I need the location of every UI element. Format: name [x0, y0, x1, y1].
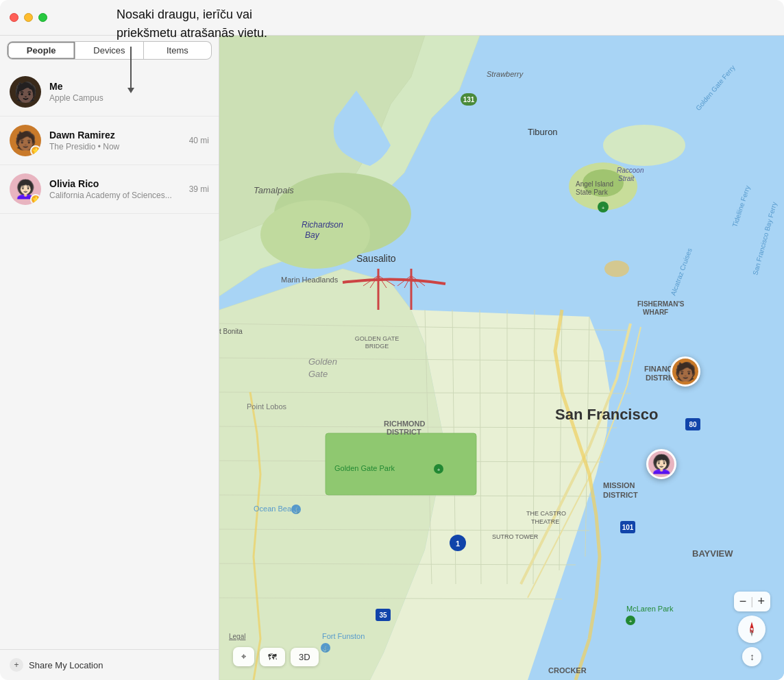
share-location-label: Share My Location: [29, 660, 103, 670]
person-location: The Presidio • Now: [49, 142, 189, 151]
svg-text:Point Lobos: Point Lobos: [247, 402, 287, 411]
svg-text:MISSION: MISSION: [603, 481, 635, 489]
three-d-button[interactable]: 3D: [291, 648, 319, 666]
svg-text:Richardson: Richardson: [302, 220, 343, 230]
legal-link[interactable]: Legal: [229, 633, 245, 640]
svg-text:SUTRO TOWER: SUTRO TOWER: [492, 533, 539, 540]
svg-text:THE CASTRO: THE CASTRO: [526, 510, 566, 517]
svg-text:CROCKER: CROCKER: [548, 666, 587, 675]
tab-people[interactable]: People: [7, 41, 75, 60]
titlebar: [0, 0, 784, 36]
svg-text:⚓: ⚓: [293, 506, 301, 514]
location-icon: ⌖: [241, 651, 246, 662]
svg-text:State Park: State Park: [576, 189, 609, 196]
tab-devices[interactable]: Devices: [75, 41, 143, 60]
person-distance: 39 mi: [189, 184, 209, 194]
avatar: 🧑🏾 ⭐: [10, 125, 41, 156]
olivia-map-marker[interactable]: 👩🏻‍🦱: [646, 449, 676, 479]
maximize-button[interactable]: [38, 13, 47, 22]
svg-text:Strait: Strait: [618, 175, 635, 182]
person-info: Olivia Rico California Academy of Scienc…: [49, 178, 189, 200]
avatar: 🧑🏿: [10, 76, 41, 108]
location-button[interactable]: ⌖: [233, 647, 254, 666]
svg-text:+: +: [437, 467, 441, 473]
svg-text:DISTRICT: DISTRICT: [387, 428, 421, 436]
svg-text:1: 1: [456, 539, 460, 548]
sidebar: People Devices Items 🧑🏿 Me: [0, 36, 219, 680]
svg-text:⚓: ⚓: [322, 645, 329, 652]
altitude-button[interactable]: ↕: [742, 647, 761, 666]
traffic-lights: [10, 13, 47, 22]
zoom-minus-btn[interactable]: −: [739, 594, 747, 609]
person-location: California Academy of Sciences...: [49, 191, 189, 200]
svg-text:GOLDEN GATE: GOLDEN GATE: [355, 335, 399, 342]
svg-text:WHARF: WHARF: [643, 308, 668, 316]
person-info: Me Apple Campus: [49, 81, 209, 103]
svg-text:Golden: Golden: [308, 356, 337, 367]
svg-text:San Francisco: San Francisco: [555, 406, 658, 423]
svg-text:Raccoon: Raccoon: [617, 167, 644, 174]
list-item[interactable]: 👩🏻‍🦱 ⭐ Olivia Rico California Academy of…: [0, 165, 219, 214]
location-badge: ⭐: [30, 145, 41, 156]
map-compass-controls: − | + N ↕: [734, 592, 770, 666]
person-name: Me: [49, 81, 209, 92]
person-name: Dawn Ramirez: [49, 130, 189, 141]
person-location: Apple Campus: [49, 93, 209, 103]
map-bottom-controls: ⌖ 🗺 3D: [233, 647, 319, 666]
person-name: Olivia Rico: [49, 178, 189, 189]
close-button[interactable]: [10, 13, 19, 22]
map-background: 131 80 101 1 35 Tamalpais Richardson: [219, 36, 784, 680]
map-icon: 🗺: [268, 652, 277, 662]
plus-icon: +: [10, 658, 23, 672]
person-list: 🧑🏿 Me Apple Campus 🧑🏾 ⭐ Dawn Ramirez: [0, 65, 219, 649]
svg-text:BAYVIEW: BAYVIEW: [692, 548, 733, 559]
svg-text:Sausalito: Sausalito: [356, 253, 396, 264]
compass-button[interactable]: N: [738, 616, 765, 643]
svg-text:BRIDGE: BRIDGE: [365, 343, 389, 350]
svg-text:THEATRE: THEATRE: [531, 518, 559, 525]
svg-text:+: +: [602, 205, 605, 211]
map-area[interactable]: 131 80 101 1 35 Tamalpais Richardson: [219, 36, 784, 680]
svg-text:+: +: [629, 618, 633, 624]
list-item[interactable]: 🧑🏾 ⭐ Dawn Ramirez The Presidio • Now 40 …: [0, 117, 219, 165]
list-item[interactable]: 🧑🏿 Me Apple Campus: [0, 68, 219, 117]
svg-text:Golden Gate Park: Golden Gate Park: [334, 464, 395, 472]
minimize-button[interactable]: [24, 13, 33, 22]
svg-text:RICHMOND: RICHMOND: [384, 420, 426, 428]
map-svg: 131 80 101 1 35 Tamalpais Richardson: [219, 36, 784, 680]
map-type-button[interactable]: 🗺: [260, 648, 285, 666]
tab-bar: People Devices Items: [0, 36, 219, 65]
svg-text:Gate: Gate: [308, 369, 328, 379]
person-distance: 40 mi: [189, 136, 209, 145]
svg-text:N: N: [750, 628, 755, 634]
person-info: Dawn Ramirez The Presidio • Now: [49, 130, 189, 151]
app-window: Nosaki draugu, ierīču vai priekšmetu atr…: [0, 0, 784, 680]
svg-point-7: [604, 260, 629, 277]
svg-text:35: 35: [379, 611, 387, 619]
location-badge: ⭐: [30, 194, 41, 205]
svg-text:131: 131: [463, 96, 475, 104]
svg-text:McLaren Park: McLaren Park: [626, 605, 674, 613]
svg-text:Tamalpais: Tamalpais: [254, 185, 294, 195]
dawn-map-marker[interactable]: 🧑🏾: [670, 356, 700, 387]
svg-text:Strawberry: Strawberry: [487, 70, 524, 78]
zoom-divider: |: [750, 596, 753, 608]
main-content: People Devices Items 🧑🏿 Me: [0, 36, 784, 680]
avatar: 👩🏻‍🦱 ⭐: [10, 173, 41, 205]
zoom-controls: − | +: [734, 592, 770, 611]
svg-text:Marin Headlands: Marin Headlands: [281, 276, 339, 284]
svg-text:FISHERMAN'S: FISHERMAN'S: [637, 300, 685, 308]
tab-items[interactable]: Items: [144, 41, 212, 60]
svg-text:Fort Funston: Fort Funston: [322, 632, 365, 640]
svg-text:Angel Island: Angel Island: [576, 180, 613, 188]
svg-point-27: [603, 125, 685, 166]
svg-text:t Bonita: t Bonita: [219, 328, 243, 335]
zoom-plus-btn[interactable]: +: [757, 594, 765, 609]
svg-text:DISTRICT: DISTRICT: [603, 491, 638, 499]
svg-text:Tiburon: Tiburon: [528, 127, 558, 137]
svg-text:Bay: Bay: [305, 230, 320, 240]
svg-text:80: 80: [689, 421, 697, 428]
share-location-button[interactable]: + Share My Location: [0, 649, 219, 680]
svg-text:101: 101: [622, 524, 634, 531]
